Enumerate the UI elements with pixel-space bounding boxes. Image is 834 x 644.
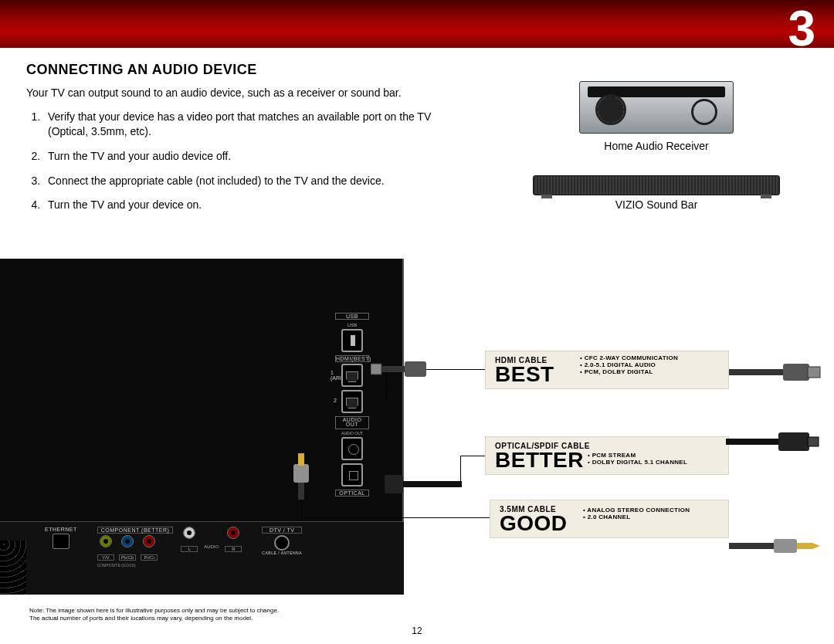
better-f1: PCM STREAM [588, 452, 687, 459]
good-f1: ANALOG STEREO CONNECTION [583, 507, 690, 514]
tv-bottom-strip: ETHERNET COMPONENT (BETTER) Y/V Pb/Cb Pr… [0, 521, 404, 595]
35mm-plug-icon [286, 453, 317, 500]
label-composite: COMPOSITE (GOOD) [97, 563, 174, 568]
svg-marker-14 [812, 543, 820, 549]
footnote: Note: The image shown here is for illust… [29, 607, 431, 622]
soundbar-label: VIZIO Sound Bar [533, 198, 780, 211]
steps-list: Verify that your device has a video port… [43, 110, 460, 213]
port-usb [341, 329, 363, 352]
rank-better: BETTER [495, 450, 588, 471]
line-35-h [301, 517, 490, 518]
label-pb: Pb/Cb [119, 554, 137, 561]
port-label-audioout: AUDIO OUT [335, 416, 369, 429]
port-label-usb: USB [335, 313, 369, 320]
good-features: ANALOG STEREO CONNECTION 2.0 CHANNEL [583, 507, 690, 534]
svg-rect-13 [797, 543, 812, 549]
label-yv: Y/V [97, 554, 114, 561]
hdmi-plug-icon [371, 358, 432, 381]
speaker-grille-icon [0, 541, 26, 595]
label-antenna: CABLE / ANTENNA [262, 551, 302, 555]
svg-rect-10 [385, 475, 403, 493]
svg-rect-2 [808, 367, 820, 378]
tv-back-panel: USB USB HDMI(BEST) 1(ARC) 2 AUDIO OUT AU… [0, 259, 834, 595]
svg-rect-17 [298, 453, 304, 466]
page-title: CONNECTING AN AUDIO DEVICE [26, 62, 808, 78]
svg-rect-1 [783, 364, 809, 381]
quality-box-best: HDMI CABLE BEST CFC 2-WAY COMMUNICATION … [485, 351, 729, 389]
chapter-number: 3 [788, 0, 815, 57]
svg-rect-9 [402, 481, 462, 487]
svg-rect-7 [778, 432, 809, 451]
label-audio: AUDIO [202, 544, 220, 549]
port-antenna: DTV / TV CABLE / ANTENNA [262, 527, 302, 557]
svg-rect-6 [726, 439, 780, 445]
side-port-column: USB USB HDMI(BEST) 1(ARC) 2 AUDIO OUT AU… [334, 313, 371, 498]
best-features: CFC 2-WAY COMMUNICATION 2.0-5.1 DIGITAL … [580, 354, 678, 385]
receiver-illustration [579, 81, 734, 134]
chapter-banner: 3 [0, 0, 834, 48]
line-opt-v [460, 456, 461, 482]
svg-rect-16 [293, 464, 309, 483]
port-hdmi1 [341, 364, 363, 387]
label-pr: Pr/Cr [141, 554, 158, 561]
quality-box-better: OPTICAL/SPDIF CABLE BETTER PCM STREAM DO… [485, 436, 729, 475]
label-l: L [181, 546, 198, 552]
better-f2: DOLBY DIGITAL 5.1 CHANNEL [588, 459, 687, 466]
tv-back: USB USB HDMI(BEST) 1(ARC) 2 AUDIO OUT AU… [0, 259, 404, 595]
receiver-label: Home Audio Receiver [533, 140, 780, 152]
bottom-ports: ETHERNET COMPONENT (BETTER) Y/V Pb/Cb Pr… [45, 527, 302, 568]
svg-rect-11 [729, 543, 775, 549]
quality-box-good: 3.5MM CABLE GOOD ANALOG STEREO CONNECTIO… [490, 500, 729, 538]
35mm-connector-icon [729, 536, 829, 556]
svg-rect-8 [808, 437, 819, 446]
port-optical [341, 463, 363, 486]
footnote-line2: The actual number of ports and their loc… [29, 615, 253, 622]
audioout-sublabel: AUDIO OUT [334, 431, 371, 436]
best-f3: PCM, DOLBY DIGITAL [580, 368, 678, 375]
optical-plug-icon [385, 471, 462, 497]
svg-rect-0 [729, 369, 783, 375]
step-4: Turn the TV and your device on. [43, 198, 460, 213]
line-opt-h [460, 456, 485, 456]
hdmi2-number: 2 [334, 398, 337, 403]
audio-devices: Home Audio Receiver VIZIO Sound Bar [533, 81, 780, 234]
rank-best: BEST [495, 364, 580, 385]
usb-sublabel: USB [334, 323, 371, 327]
footnote-line1: Note: The image shown here is for illust… [29, 607, 279, 614]
good-f2: 2.0 CHANNEL [583, 514, 690, 520]
better-features: PCM STREAM DOLBY DIGITAL 5.1 CHANNEL [588, 452, 687, 471]
step-1: Verify that your device has a video port… [43, 110, 460, 140]
label-r: R [225, 546, 242, 552]
label-dtv: DTV / TV [262, 527, 302, 534]
step-3: Connect the appropriate cable (not inclu… [43, 174, 460, 189]
svg-rect-4 [371, 364, 381, 375]
best-f1: CFC 2-WAY COMMUNICATION [580, 354, 678, 361]
best-f2: 2.0-5.1 DIGITAL AUDIO [580, 361, 678, 368]
page-number: 12 [0, 625, 834, 636]
svg-rect-15 [298, 481, 304, 500]
port-audio-out [341, 437, 363, 460]
svg-rect-5 [405, 361, 426, 377]
port-label-optical: OPTICAL [335, 490, 369, 497]
step-2: Turn the TV and your audio device off. [43, 149, 460, 164]
soundbar-illustration [533, 175, 780, 195]
optical-connector-icon [726, 429, 826, 455]
svg-rect-12 [774, 539, 797, 553]
hdmi-connector-icon [729, 361, 822, 383]
rank-good: GOOD [500, 514, 583, 534]
port-hdmi2 [341, 390, 363, 413]
component-group: COMPONENT (BETTER) Y/V Pb/Cb Pr/Cr COMPO… [97, 527, 174, 568]
label-ethernet: ETHERNET [45, 527, 77, 532]
intro-text: Your TV can output sound to an audio dev… [26, 86, 443, 100]
port-ethernet: ETHERNET [45, 527, 77, 550]
port-label-hdmi: HDMI(BEST) [335, 355, 369, 362]
label-component: COMPONENT (BETTER) [97, 527, 174, 534]
